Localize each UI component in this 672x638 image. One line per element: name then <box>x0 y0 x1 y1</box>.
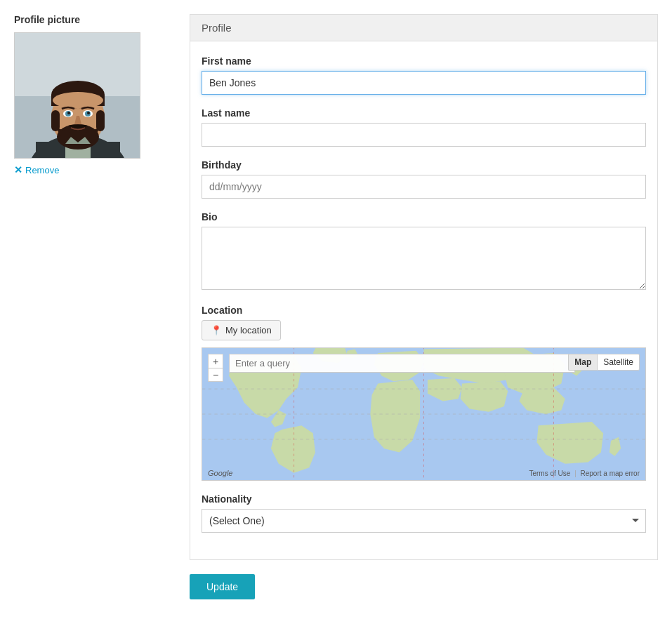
location-label: Location <box>202 305 646 316</box>
map-container[interactable]: + − Map <box>202 347 646 481</box>
my-location-button[interactable]: 📍 My location <box>202 320 281 340</box>
update-button[interactable]: Update <box>190 574 255 599</box>
profile-card-body: First name Last name Birthday Bio <box>190 41 657 559</box>
profile-photo-container <box>14 32 140 159</box>
main-content: Profile First name Last name Birthday <box>190 14 658 599</box>
zoom-in-icon: + <box>213 357 218 366</box>
first-name-group: First name <box>202 55 646 95</box>
last-name-group: Last name <box>202 107 646 147</box>
location-pin-icon: 📍 <box>211 325 222 335</box>
location-group: Location 📍 My location <box>202 305 646 481</box>
map-type-satellite-label: Satellite <box>603 357 633 367</box>
svg-rect-19 <box>96 110 105 131</box>
svg-point-16 <box>87 112 90 114</box>
remove-label: Remove <box>25 165 59 175</box>
profile-section-title: Profile <box>202 22 232 34</box>
my-location-label: My location <box>225 325 272 335</box>
sidebar: Profile picture <box>14 14 169 599</box>
svg-point-15 <box>67 112 70 114</box>
map-search-input[interactable] <box>229 354 575 373</box>
map-terms-divider: | <box>574 470 577 477</box>
map-search-bar <box>229 354 575 373</box>
map-type-buttons: Map Satellite <box>568 354 640 371</box>
birthday-label: Birthday <box>202 159 646 171</box>
last-name-label: Last name <box>202 107 646 119</box>
bio-group: Bio <box>202 211 646 292</box>
update-label: Update <box>206 581 238 592</box>
first-name-input[interactable] <box>202 71 646 95</box>
zoom-out-icon: − <box>213 370 218 380</box>
nationality-group: Nationality (Select One) American Britis… <box>202 493 646 533</box>
birthday-input[interactable] <box>202 175 646 199</box>
map-terms-link[interactable]: Terms of Use <box>529 470 570 477</box>
sidebar-title: Profile picture <box>14 14 169 25</box>
birthday-group: Birthday <box>202 159 646 199</box>
nationality-select[interactable]: (Select One) American British Canadian A… <box>202 509 646 533</box>
map-terms: Terms of Use | Report a map error <box>529 470 640 477</box>
profile-photo-image <box>15 33 140 159</box>
map-type-satellite-button[interactable]: Satellite <box>597 354 640 371</box>
profile-card: Profile First name Last name Birthday <box>190 14 658 560</box>
svg-rect-18 <box>51 110 60 131</box>
bio-label: Bio <box>202 211 646 222</box>
map-google-label: Google <box>208 469 232 477</box>
remove-photo-link[interactable]: ✕ Remove <box>14 164 169 175</box>
map-zoom-controls: + − <box>208 354 223 382</box>
map-type-map-label: Map <box>574 357 591 367</box>
zoom-out-button[interactable]: − <box>208 368 223 382</box>
svg-point-10 <box>53 92 103 109</box>
map-report-link[interactable]: Report a map error <box>581 470 640 477</box>
bio-textarea[interactable] <box>202 227 646 290</box>
profile-card-header: Profile <box>190 15 657 41</box>
first-name-label: First name <box>202 55 646 67</box>
zoom-in-button[interactable]: + <box>208 354 223 368</box>
last-name-input[interactable] <box>202 123 646 147</box>
nationality-label: Nationality <box>202 493 646 505</box>
map-type-map-button[interactable]: Map <box>568 354 597 371</box>
remove-x-icon: ✕ <box>14 164 22 175</box>
